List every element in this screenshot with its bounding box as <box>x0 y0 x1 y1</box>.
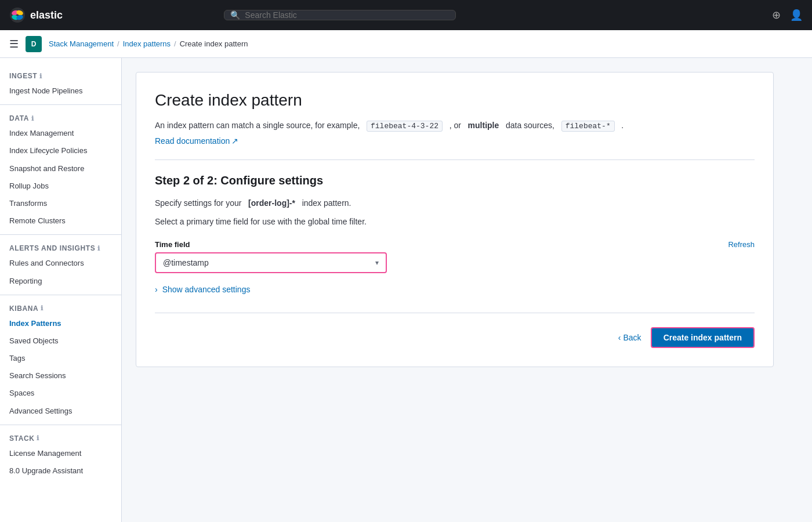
page-title: Create index pattern <box>155 91 755 110</box>
divider-1 <box>0 104 121 105</box>
sidebar-item-snapshot-restore[interactable]: Snapshot and Restore <box>0 160 121 177</box>
divider-4 <box>0 425 121 425</box>
sidebar-item-reporting[interactable]: Reporting <box>0 273 121 290</box>
breadcrumb-sep-1: / <box>117 39 119 48</box>
sidebar-item-license-management[interactable]: License Management <box>0 445 121 462</box>
field-row: Time field Refresh <box>155 240 755 249</box>
back-button[interactable]: ‹ Back <box>618 333 641 342</box>
sidebar-item-search-sessions[interactable]: Search Sessions <box>0 367 121 385</box>
breadcrumb-sep-2: / <box>174 39 176 48</box>
step-bold: [order-log]-* <box>248 198 295 208</box>
sidebar-item-rules-connectors[interactable]: Rules and Connectors <box>0 255 121 272</box>
breadcrumb-stack-management[interactable]: Stack Management <box>49 39 114 48</box>
stack-info-icon: ℹ <box>37 434 39 442</box>
section-divider <box>155 160 755 160</box>
search-bar[interactable]: 🔍 <box>224 10 456 20</box>
desc-code1: filebeat-4-3-22 <box>367 121 443 132</box>
svg-point-0 <box>10 8 25 23</box>
search-icon: 🔍 <box>230 10 240 20</box>
sidebar-section-kibana: Kibana ℹ <box>0 300 121 315</box>
advanced-settings-toggle[interactable]: › Show advanced settings <box>155 285 755 294</box>
sidebar-item-transforms[interactable]: Transforms <box>0 195 121 212</box>
step-desc-part1: Specify settings for your <box>155 198 241 208</box>
desc-part3: data sources, <box>506 121 554 130</box>
desc-part1: An index pattern can match a single sour… <box>155 121 360 130</box>
time-field-label: Time field <box>155 240 190 249</box>
chevron-down-icon: ▾ <box>375 259 379 267</box>
time-field-section: Time field Refresh @timestamp ▾ <box>155 240 755 273</box>
time-field-value: @timestamp <box>163 258 209 267</box>
step-desc-2: Select a primary time field for use with… <box>155 215 755 228</box>
refresh-link[interactable]: Refresh <box>728 240 755 249</box>
desc-part4: . <box>621 121 624 130</box>
nav-icons: ⊕ 👤 <box>772 9 803 21</box>
create-index-pattern-button[interactable]: Create index pattern <box>651 327 755 348</box>
sidebar-section-ingest: Ingest ℹ <box>0 67 121 82</box>
sidebar-item-upgrade-assistant[interactable]: 8.0 Upgrade Assistant <box>0 462 121 480</box>
hamburger-menu[interactable]: ☰ <box>9 38 19 50</box>
sidebar-item-index-patterns[interactable]: Index Patterns <box>0 315 121 332</box>
sidebar-item-remote-clusters[interactable]: Remote Clusters <box>0 212 121 230</box>
alerts-info-icon: ℹ <box>97 245 100 252</box>
logo-text: elastic <box>30 9 63 21</box>
footer-buttons: ‹ Back Create index pattern <box>155 313 755 348</box>
breadcrumb-index-patterns[interactable]: Index patterns <box>123 39 171 48</box>
top-nav: elastic 🔍 ⊕ 👤 <box>0 0 812 30</box>
sidebar-section-stack: Stack ℹ <box>0 430 121 445</box>
desc-part2: , or <box>449 121 461 130</box>
chevron-right-icon: › <box>155 285 158 294</box>
step-desc-1: Specify settings for your [order-log]-* … <box>155 197 755 209</box>
layout: Ingest ℹ Ingest Node Pipelines Data ℹ In… <box>0 58 812 522</box>
sidebar-item-ingest-node-pipelines[interactable]: Ingest Node Pipelines <box>0 82 121 100</box>
time-field-select[interactable]: @timestamp ▾ <box>155 252 387 273</box>
description-text: An index pattern can match a single sour… <box>155 119 755 133</box>
step-title: Step 2 of 2: Configure settings <box>155 174 755 187</box>
help-icon[interactable]: ⊕ <box>772 9 781 21</box>
data-info-icon: ℹ <box>31 115 34 122</box>
desc-code2: filebeat-* <box>561 121 615 132</box>
sidebar-item-index-lifecycle-policies[interactable]: Index Lifecycle Policies <box>0 142 121 160</box>
main-content: Create index pattern An index pattern ca… <box>122 58 812 522</box>
external-link-icon: ↗ <box>231 136 238 146</box>
ingest-info-icon: ℹ <box>39 72 42 80</box>
second-nav: ☰ D Stack Management / Index patterns / … <box>0 30 812 58</box>
kibana-info-icon: ℹ <box>41 304 44 312</box>
back-chevron-icon: ‹ <box>618 333 621 342</box>
step-desc-part2: index pattern. <box>302 198 351 208</box>
divider-2 <box>0 234 121 235</box>
sidebar-item-advanced-settings[interactable]: Advanced Settings <box>0 403 121 420</box>
elastic-logo-icon <box>9 7 26 23</box>
notification-icon[interactable]: 👤 <box>790 9 803 21</box>
sidebar-item-tags[interactable]: Tags <box>0 350 121 367</box>
avatar[interactable]: D <box>26 36 42 52</box>
doc-link-text: Read documentation <box>155 136 230 146</box>
back-label: Back <box>624 333 641 342</box>
sidebar-item-rollup-jobs[interactable]: Rollup Jobs <box>0 177 121 195</box>
sidebar: Ingest ℹ Ingest Node Pipelines Data ℹ In… <box>0 58 122 522</box>
sidebar-item-index-management[interactable]: Index Management <box>0 125 121 142</box>
breadcrumb: Stack Management / Index patterns / Crea… <box>49 39 248 48</box>
sidebar-item-spaces[interactable]: Spaces <box>0 385 121 402</box>
sidebar-section-data: Data ℹ <box>0 110 121 125</box>
search-input[interactable] <box>245 10 449 20</box>
desc-bold: multiple <box>468 121 499 130</box>
doc-link[interactable]: Read documentation ↗ <box>155 136 238 146</box>
sidebar-item-saved-objects[interactable]: Saved Objects <box>0 332 121 350</box>
divider-3 <box>0 295 121 295</box>
content-card: Create index pattern An index pattern ca… <box>136 72 774 367</box>
breadcrumb-current: Create index pattern <box>180 39 248 48</box>
sidebar-section-alerts: Alerts and Insights ℹ <box>0 240 121 255</box>
elastic-logo[interactable]: elastic <box>9 7 63 23</box>
advanced-settings-label: Show advanced settings <box>162 285 251 294</box>
